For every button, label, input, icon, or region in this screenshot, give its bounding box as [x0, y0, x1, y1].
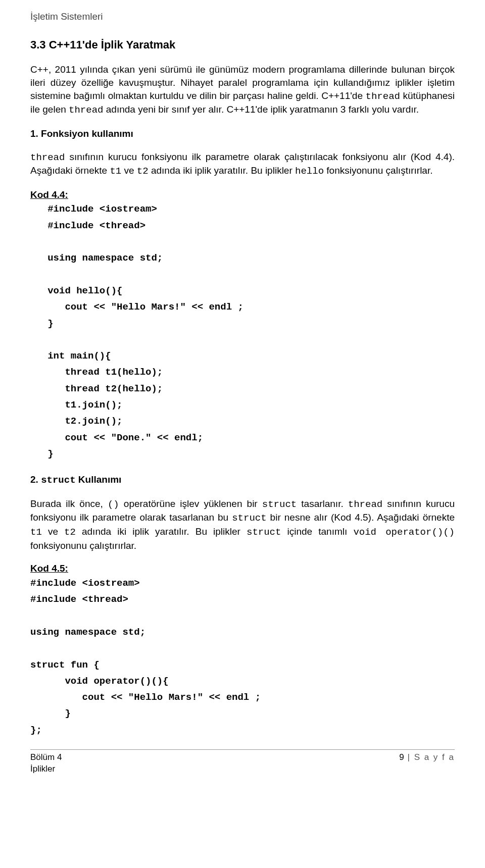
- inline-code: hello: [295, 166, 324, 177]
- page-number: 9: [399, 752, 404, 762]
- text: adında iki iplik yaratılır. Bu iplikler: [149, 165, 295, 176]
- text: içinde tanımlı: [281, 526, 353, 537]
- footer-chapter: Bölüm 4: [30, 752, 62, 763]
- text: fonksiyonunu çalıştırırlar.: [30, 540, 136, 551]
- text: bir nesne alır (Kod 4.5). Aşağıdaki örne…: [267, 512, 455, 523]
- inline-code: thread: [366, 91, 400, 102]
- text: tasarlanır.: [297, 498, 348, 509]
- inline-code: thread: [348, 499, 382, 510]
- page-mark: | S a y f a: [404, 752, 455, 762]
- text: fonksiyonunu çalıştırırlar.: [324, 165, 432, 176]
- subheading-2: 2. struct Kullanımı: [30, 473, 455, 487]
- code-listing-1: Kod 4.4: #include <iostream> #include <t…: [30, 188, 455, 462]
- footer-right: 9 | S a y f a: [399, 752, 455, 775]
- text: operatörüne işlev yüklenen bir: [119, 498, 262, 509]
- inline-code: t2: [64, 527, 76, 538]
- inline-code: thread: [30, 152, 65, 163]
- text: adında yeni bir sınıf yer alır. C++11'de…: [103, 104, 419, 115]
- footer-topic: İplikler: [30, 763, 62, 775]
- text: ve: [121, 165, 137, 176]
- inline-code: struct: [262, 499, 297, 510]
- text: Burada ilk önce,: [30, 498, 108, 509]
- inline-code: void operator()(): [353, 527, 455, 538]
- inline-code: t2: [137, 166, 149, 177]
- text: ve: [42, 526, 64, 537]
- page-header-title: İşletim Sistemleri: [30, 10, 455, 23]
- paragraph-1: C++, 2011 yılında çıkan yeni sürümü ile …: [30, 63, 455, 117]
- code-label: Kod 4.5:: [30, 563, 68, 574]
- inline-code: (): [108, 499, 119, 510]
- paragraph-3: Burada ilk önce, () operatörüne işlev yü…: [30, 497, 455, 552]
- section-heading: 3.3 C++11'de İplik Yaratmak: [30, 37, 455, 53]
- footer-left: Bölüm 4 İplikler: [30, 752, 62, 775]
- subheading-1: 1. Fonksiyon kullanımı: [30, 127, 455, 140]
- inline-code: struct: [232, 513, 266, 524]
- code-body: #include <iostream> #include <thread> us…: [30, 575, 455, 738]
- inline-code: struct: [247, 527, 281, 538]
- inline-code: t1: [110, 166, 121, 177]
- code-body: #include <iostream> #include <thread> us…: [30, 201, 455, 462]
- paragraph-2: thread sınıfının kurucu fonksiyonu ilk p…: [30, 150, 455, 178]
- code-label: Kod 4.4:: [30, 189, 68, 200]
- code-listing-2: Kod 4.5: #include <iostream> #include <t…: [30, 562, 455, 738]
- text: adında iki iplik yaratılır. Bu iplikler: [76, 526, 247, 537]
- inline-code: struct: [41, 475, 75, 486]
- inline-code: thread: [69, 105, 103, 116]
- text: 2.: [30, 474, 41, 485]
- inline-code: t1: [30, 527, 42, 538]
- page-footer: Bölüm 4 İplikler 9 | S a y f a: [30, 749, 455, 775]
- text: Kullanımı: [76, 474, 122, 485]
